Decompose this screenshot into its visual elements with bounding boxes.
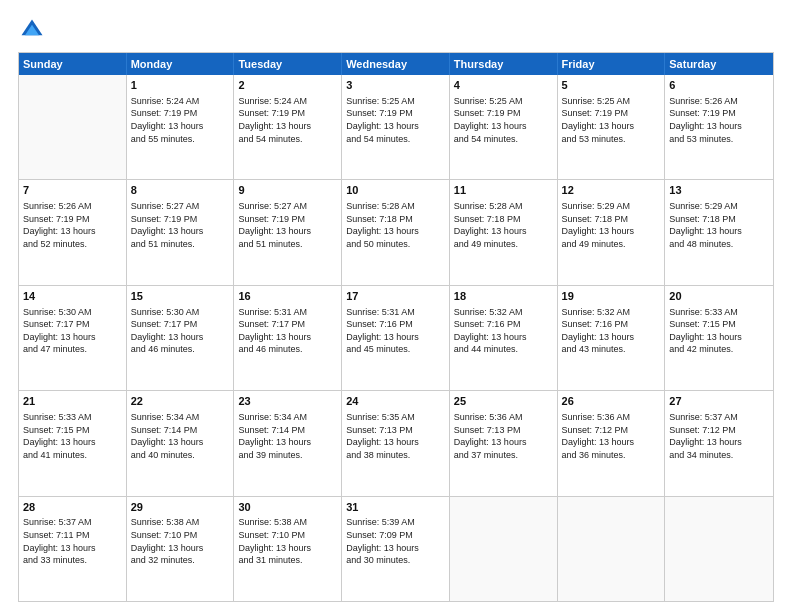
- cell-info: Sunrise: 5:26 AMSunset: 7:19 PMDaylight:…: [669, 95, 769, 145]
- day-number: 14: [23, 289, 122, 304]
- day-number: 10: [346, 183, 445, 198]
- cell-info: Sunrise: 5:32 AMSunset: 7:16 PMDaylight:…: [454, 306, 553, 356]
- cell-info: Sunrise: 5:28 AMSunset: 7:18 PMDaylight:…: [454, 200, 553, 250]
- day-number: 13: [669, 183, 769, 198]
- calendar-row-0: 1Sunrise: 5:24 AMSunset: 7:19 PMDaylight…: [19, 75, 773, 179]
- day-number: 31: [346, 500, 445, 515]
- calendar-cell-r2-c3: 17Sunrise: 5:31 AMSunset: 7:16 PMDayligh…: [342, 286, 450, 390]
- calendar-cell-r1-c1: 8Sunrise: 5:27 AMSunset: 7:19 PMDaylight…: [127, 180, 235, 284]
- cell-info: Sunrise: 5:28 AMSunset: 7:18 PMDaylight:…: [346, 200, 445, 250]
- calendar-row-2: 14Sunrise: 5:30 AMSunset: 7:17 PMDayligh…: [19, 285, 773, 390]
- cell-info: Sunrise: 5:38 AMSunset: 7:10 PMDaylight:…: [131, 516, 230, 566]
- cell-info: Sunrise: 5:34 AMSunset: 7:14 PMDaylight:…: [238, 411, 337, 461]
- day-number: 20: [669, 289, 769, 304]
- day-number: 3: [346, 78, 445, 93]
- cell-info: Sunrise: 5:37 AMSunset: 7:12 PMDaylight:…: [669, 411, 769, 461]
- header-day-wednesday: Wednesday: [342, 53, 450, 75]
- calendar-cell-r0-c1: 1Sunrise: 5:24 AMSunset: 7:19 PMDaylight…: [127, 75, 235, 179]
- calendar-cell-r2-c4: 18Sunrise: 5:32 AMSunset: 7:16 PMDayligh…: [450, 286, 558, 390]
- day-number: 7: [23, 183, 122, 198]
- calendar-cell-r4-c5: [558, 497, 666, 601]
- day-number: 8: [131, 183, 230, 198]
- day-number: 26: [562, 394, 661, 409]
- calendar-cell-r0-c4: 4Sunrise: 5:25 AMSunset: 7:19 PMDaylight…: [450, 75, 558, 179]
- cell-info: Sunrise: 5:25 AMSunset: 7:19 PMDaylight:…: [562, 95, 661, 145]
- day-number: 6: [669, 78, 769, 93]
- calendar-row-3: 21Sunrise: 5:33 AMSunset: 7:15 PMDayligh…: [19, 390, 773, 495]
- cell-info: Sunrise: 5:26 AMSunset: 7:19 PMDaylight:…: [23, 200, 122, 250]
- calendar-cell-r0-c5: 5Sunrise: 5:25 AMSunset: 7:19 PMDaylight…: [558, 75, 666, 179]
- calendar-cell-r4-c0: 28Sunrise: 5:37 AMSunset: 7:11 PMDayligh…: [19, 497, 127, 601]
- calendar-cell-r2-c1: 15Sunrise: 5:30 AMSunset: 7:17 PMDayligh…: [127, 286, 235, 390]
- calendar-cell-r0-c2: 2Sunrise: 5:24 AMSunset: 7:19 PMDaylight…: [234, 75, 342, 179]
- logo-icon: [18, 16, 46, 44]
- calendar-cell-r0-c0: [19, 75, 127, 179]
- cell-info: Sunrise: 5:30 AMSunset: 7:17 PMDaylight:…: [23, 306, 122, 356]
- day-number: 22: [131, 394, 230, 409]
- cell-info: Sunrise: 5:33 AMSunset: 7:15 PMDaylight:…: [23, 411, 122, 461]
- cell-info: Sunrise: 5:31 AMSunset: 7:17 PMDaylight:…: [238, 306, 337, 356]
- calendar: SundayMondayTuesdayWednesdayThursdayFrid…: [18, 52, 774, 602]
- calendar-cell-r3-c2: 23Sunrise: 5:34 AMSunset: 7:14 PMDayligh…: [234, 391, 342, 495]
- header-day-tuesday: Tuesday: [234, 53, 342, 75]
- day-number: 9: [238, 183, 337, 198]
- cell-info: Sunrise: 5:34 AMSunset: 7:14 PMDaylight:…: [131, 411, 230, 461]
- page: SundayMondayTuesdayWednesdayThursdayFrid…: [0, 0, 792, 612]
- calendar-cell-r1-c5: 12Sunrise: 5:29 AMSunset: 7:18 PMDayligh…: [558, 180, 666, 284]
- day-number: 5: [562, 78, 661, 93]
- day-number: 12: [562, 183, 661, 198]
- cell-info: Sunrise: 5:31 AMSunset: 7:16 PMDaylight:…: [346, 306, 445, 356]
- calendar-cell-r1-c6: 13Sunrise: 5:29 AMSunset: 7:18 PMDayligh…: [665, 180, 773, 284]
- cell-info: Sunrise: 5:36 AMSunset: 7:13 PMDaylight:…: [454, 411, 553, 461]
- header-day-sunday: Sunday: [19, 53, 127, 75]
- calendar-cell-r1-c2: 9Sunrise: 5:27 AMSunset: 7:19 PMDaylight…: [234, 180, 342, 284]
- calendar-cell-r4-c6: [665, 497, 773, 601]
- calendar-cell-r2-c0: 14Sunrise: 5:30 AMSunset: 7:17 PMDayligh…: [19, 286, 127, 390]
- day-number: 29: [131, 500, 230, 515]
- calendar-cell-r4-c4: [450, 497, 558, 601]
- header-day-saturday: Saturday: [665, 53, 773, 75]
- calendar-cell-r0-c3: 3Sunrise: 5:25 AMSunset: 7:19 PMDaylight…: [342, 75, 450, 179]
- day-number: 23: [238, 394, 337, 409]
- day-number: 27: [669, 394, 769, 409]
- day-number: 28: [23, 500, 122, 515]
- day-number: 11: [454, 183, 553, 198]
- day-number: 2: [238, 78, 337, 93]
- cell-info: Sunrise: 5:24 AMSunset: 7:19 PMDaylight:…: [131, 95, 230, 145]
- header-day-friday: Friday: [558, 53, 666, 75]
- cell-info: Sunrise: 5:37 AMSunset: 7:11 PMDaylight:…: [23, 516, 122, 566]
- calendar-cell-r1-c3: 10Sunrise: 5:28 AMSunset: 7:18 PMDayligh…: [342, 180, 450, 284]
- cell-info: Sunrise: 5:38 AMSunset: 7:10 PMDaylight:…: [238, 516, 337, 566]
- calendar-header: SundayMondayTuesdayWednesdayThursdayFrid…: [19, 53, 773, 75]
- cell-info: Sunrise: 5:36 AMSunset: 7:12 PMDaylight:…: [562, 411, 661, 461]
- calendar-cell-r3-c6: 27Sunrise: 5:37 AMSunset: 7:12 PMDayligh…: [665, 391, 773, 495]
- cell-info: Sunrise: 5:35 AMSunset: 7:13 PMDaylight:…: [346, 411, 445, 461]
- logo: [18, 16, 50, 44]
- calendar-cell-r1-c4: 11Sunrise: 5:28 AMSunset: 7:18 PMDayligh…: [450, 180, 558, 284]
- cell-info: Sunrise: 5:25 AMSunset: 7:19 PMDaylight:…: [454, 95, 553, 145]
- calendar-cell-r2-c5: 19Sunrise: 5:32 AMSunset: 7:16 PMDayligh…: [558, 286, 666, 390]
- calendar-cell-r0-c6: 6Sunrise: 5:26 AMSunset: 7:19 PMDaylight…: [665, 75, 773, 179]
- day-number: 21: [23, 394, 122, 409]
- cell-info: Sunrise: 5:27 AMSunset: 7:19 PMDaylight:…: [238, 200, 337, 250]
- header: [18, 16, 774, 44]
- cell-info: Sunrise: 5:29 AMSunset: 7:18 PMDaylight:…: [562, 200, 661, 250]
- cell-info: Sunrise: 5:27 AMSunset: 7:19 PMDaylight:…: [131, 200, 230, 250]
- calendar-cell-r1-c0: 7Sunrise: 5:26 AMSunset: 7:19 PMDaylight…: [19, 180, 127, 284]
- day-number: 30: [238, 500, 337, 515]
- day-number: 16: [238, 289, 337, 304]
- cell-info: Sunrise: 5:32 AMSunset: 7:16 PMDaylight:…: [562, 306, 661, 356]
- cell-info: Sunrise: 5:33 AMSunset: 7:15 PMDaylight:…: [669, 306, 769, 356]
- calendar-row-1: 7Sunrise: 5:26 AMSunset: 7:19 PMDaylight…: [19, 179, 773, 284]
- day-number: 18: [454, 289, 553, 304]
- calendar-cell-r2-c6: 20Sunrise: 5:33 AMSunset: 7:15 PMDayligh…: [665, 286, 773, 390]
- day-number: 25: [454, 394, 553, 409]
- calendar-body: 1Sunrise: 5:24 AMSunset: 7:19 PMDaylight…: [19, 75, 773, 601]
- calendar-row-4: 28Sunrise: 5:37 AMSunset: 7:11 PMDayligh…: [19, 496, 773, 601]
- calendar-cell-r4-c2: 30Sunrise: 5:38 AMSunset: 7:10 PMDayligh…: [234, 497, 342, 601]
- cell-info: Sunrise: 5:29 AMSunset: 7:18 PMDaylight:…: [669, 200, 769, 250]
- day-number: 4: [454, 78, 553, 93]
- calendar-cell-r2-c2: 16Sunrise: 5:31 AMSunset: 7:17 PMDayligh…: [234, 286, 342, 390]
- calendar-cell-r4-c3: 31Sunrise: 5:39 AMSunset: 7:09 PMDayligh…: [342, 497, 450, 601]
- calendar-cell-r3-c3: 24Sunrise: 5:35 AMSunset: 7:13 PMDayligh…: [342, 391, 450, 495]
